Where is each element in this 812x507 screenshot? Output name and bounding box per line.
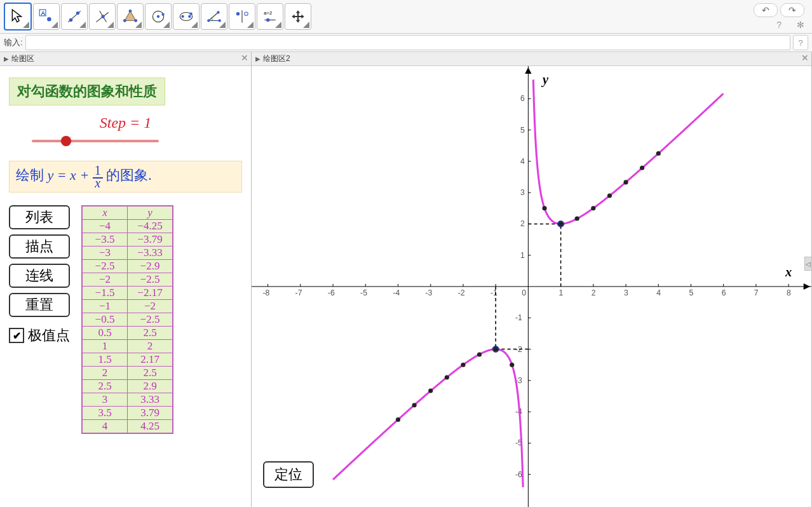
svg-text:1: 1 [520,251,525,260]
left-panel: ▶ 绘图区 ✕ 对勾函数的图象和性质 Step = 1 绘制 y = x + 1… [0,52,252,507]
collapse-arrow-icon: ▶ [255,55,261,62]
command-input[interactable] [25,35,790,50]
step-slider[interactable] [32,137,159,145]
polygon-tool[interactable] [117,3,144,30]
table-row: 44.25 [83,420,173,433]
table-row: −4−4.25 [83,220,173,233]
svg-text:-5: -5 [360,288,367,297]
slider-thumb[interactable] [61,136,71,146]
table-row: −1.5−2.17 [83,287,173,300]
locate-button[interactable]: 定位 [263,461,314,488]
svg-point-18 [188,15,191,18]
point-tool[interactable]: A [33,3,60,30]
extreme-checkbox[interactable]: ✔ 极值点 [9,326,70,345]
svg-point-106 [542,206,546,210]
list-button[interactable]: 列表 [9,205,70,229]
svg-point-10 [129,10,132,13]
reset-button[interactable]: 重置 [9,293,70,317]
side-handle[interactable]: ◁ [804,257,811,271]
reflect-tool[interactable] [229,3,255,30]
angle-tool[interactable] [201,3,227,30]
svg-point-104 [494,347,498,351]
svg-text:1: 1 [559,288,564,297]
svg-text:0: 0 [522,288,526,297]
svg-point-108 [575,217,579,221]
svg-point-112 [640,166,644,170]
svg-text:-4: -4 [393,288,400,297]
svg-point-101 [445,375,449,379]
left-panel-title: 绘图区 [11,53,34,64]
svg-text:2: 2 [592,288,596,297]
undo-button[interactable]: ↶ [754,3,778,17]
svg-text:-7: -7 [295,288,302,297]
svg-text:-1: -1 [515,313,522,322]
th-y: y [128,206,173,220]
svg-text:3: 3 [624,288,628,297]
svg-text:6: 6 [520,94,525,103]
svg-point-111 [623,180,628,184]
svg-text:6: 6 [722,288,726,297]
table-row: 22.5 [83,367,173,380]
redo-button[interactable]: ↷ [780,3,804,17]
collapse-arrow-icon: ▶ [4,55,9,62]
svg-text:y: y [541,72,549,87]
svg-point-102 [461,363,465,367]
left-panel-close-icon[interactable]: ✕ [241,53,248,63]
line-tool[interactable] [61,3,88,30]
svg-point-17 [181,15,184,18]
right-panel-header[interactable]: ▶ 绘图区2 ✕ [252,52,811,66]
extreme-checkbox-label: 极值点 [28,326,70,345]
table-row: 3.53.79 [83,407,173,420]
svg-text:7: 7 [754,288,759,297]
table-row: 33.33 [83,393,173,407]
right-panel-close-icon[interactable]: ✕ [801,53,809,63]
svg-point-98 [396,417,400,422]
svg-point-24 [236,12,240,15]
left-panel-header[interactable]: ▶ 绘图区 ✕ [0,52,251,66]
svg-point-4 [69,18,72,22]
svg-text:8: 8 [787,288,791,297]
table-row: 2.52.9 [83,380,173,393]
menu-icon[interactable]: ✻ [797,20,804,30]
svg-point-100 [428,389,433,393]
move-tool[interactable] [4,3,32,30]
svg-text:a=2: a=2 [264,10,272,16]
svg-text:-8: -8 [262,288,269,297]
plot-area[interactable]: yx-8-7-6-5-4-3-2-1012345678-6-5-4-3-2-11… [252,66,811,507]
table-row: 1.52.17 [83,353,173,367]
right-panel-title: 绘图区2 [263,53,290,64]
svg-point-20 [207,19,210,22]
svg-text:4: 4 [520,157,525,166]
ellipse-tool[interactable] [173,3,200,30]
input-help-icon[interactable]: ? [793,35,808,50]
table-row: −2.5−2.9 [83,260,173,273]
svg-point-14 [157,15,159,18]
perpendicular-tool[interactable] [89,3,116,30]
table-row: −2−2.5 [83,273,173,287]
svg-point-8 [101,15,104,18]
svg-text:-2: -2 [458,288,465,297]
data-table: xy −4−4.25−3.5−3.79−3−3.33−2.5−2.9−2−2.5… [81,205,173,434]
table-row: −0.5−2.5 [83,313,173,327]
slider-tool[interactable]: a=2 [257,3,283,30]
table-row: −3.5−3.79 [83,233,173,247]
table-row: −1−2 [83,300,173,313]
help-icon[interactable]: ? [776,20,782,30]
svg-point-110 [607,194,612,198]
main-toolbar: A a=2 [0,0,812,34]
table-row: 12 [83,340,173,353]
svg-point-21 [217,11,219,13]
right-panel: ▶ 绘图区2 ✕ yx-8-7-6-5-4-3-2-1012345678-6-5… [252,52,812,507]
svg-text:x: x [785,265,792,279]
lesson-heading: 对勾函数的图象和性质 [9,78,165,105]
move-view-tool[interactable] [285,3,311,30]
formula-box: 绘制 y = x + 1x 的图象. [9,161,242,193]
svg-point-25 [245,12,248,15]
svg-text:4: 4 [656,288,661,297]
connect-button[interactable]: 连线 [9,264,70,288]
svg-text:5: 5 [689,288,693,297]
svg-point-28 [266,18,269,22]
circle-tool[interactable] [145,3,172,30]
points-button[interactable]: 描点 [9,234,70,259]
svg-point-99 [412,403,417,407]
